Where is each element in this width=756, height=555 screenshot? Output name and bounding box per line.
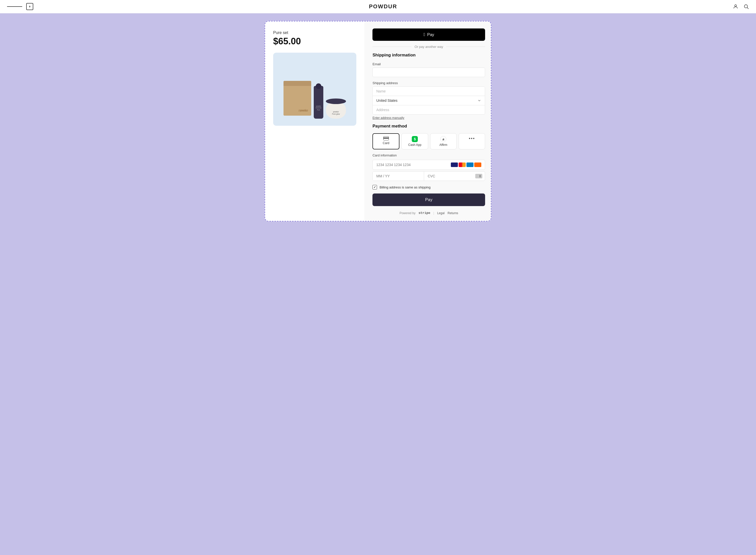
card-info-section: Card information bbox=[372, 154, 485, 181]
payment-option-affirm[interactable]: a Affirm bbox=[430, 133, 457, 150]
navbar: 0 POWDUR bbox=[0, 0, 756, 13]
search-icon[interactable] bbox=[743, 4, 749, 9]
product-tube-group: powdurExtreme Pure bbox=[314, 86, 323, 119]
email-label: Email bbox=[372, 62, 485, 66]
card-payment-icon bbox=[383, 136, 389, 140]
page-container: Pure set $65.00 powdur powdurExtreme Pur… bbox=[0, 13, 756, 231]
chevron-down-icon bbox=[477, 98, 481, 102]
cvc-card-icon bbox=[475, 174, 482, 178]
affirm-payment-icon: a bbox=[440, 136, 446, 142]
product-box-top bbox=[284, 81, 311, 86]
product-box: powdur bbox=[284, 85, 311, 116]
shipping-address-group: Shipping address United States Enter add… bbox=[372, 81, 485, 120]
divider-text: Or pay another way bbox=[415, 45, 443, 49]
affirm-a-icon: a bbox=[440, 136, 446, 142]
visa-icon bbox=[451, 163, 458, 167]
footer-divider: | bbox=[433, 211, 434, 215]
svg-point-0 bbox=[734, 5, 737, 6]
affirm-label: Affirm bbox=[439, 143, 447, 146]
nav-right bbox=[733, 4, 749, 9]
payment-method-section: Payment method bbox=[372, 124, 485, 129]
brand-logo: POWDUR bbox=[369, 3, 397, 10]
user-icon[interactable] bbox=[733, 4, 739, 9]
card-expiry-input[interactable] bbox=[373, 172, 424, 181]
apple-pay-button[interactable]:  Pay bbox=[372, 29, 485, 41]
svg-point-1 bbox=[745, 5, 748, 8]
card-icon-shape bbox=[383, 136, 389, 140]
cart-count: 0 bbox=[29, 5, 30, 8]
card-brand-icons bbox=[451, 163, 481, 167]
returns-link[interactable]: Returns bbox=[448, 211, 458, 215]
payment-method-title: Payment method bbox=[372, 124, 485, 129]
cvc-right bbox=[475, 172, 485, 181]
checkout-card: Pure set $65.00 powdur powdurExtreme Pur… bbox=[265, 21, 491, 221]
hamburger-menu-icon[interactable] bbox=[7, 5, 22, 8]
card-info-label: Card information bbox=[372, 154, 485, 157]
product-jar: powdurPure glow bbox=[326, 101, 346, 119]
billing-checkbox[interactable] bbox=[372, 185, 377, 189]
billing-checkbox-label: Billing address is same as shipping bbox=[380, 185, 430, 189]
apple-pay-label: Pay bbox=[427, 33, 434, 37]
more-options-icon: ••• bbox=[469, 136, 475, 141]
right-panel:  Pay Or pay another way Shipping inform… bbox=[364, 22, 491, 221]
pay-button[interactable]: Pay bbox=[372, 194, 485, 206]
address-fields: United States bbox=[372, 86, 485, 115]
cart-icon[interactable]: 0 bbox=[26, 3, 33, 10]
product-image: powdur powdurExtreme Pure powdurPure glo… bbox=[273, 53, 356, 126]
apple-icon:  bbox=[424, 32, 425, 37]
legal-link[interactable]: Legal bbox=[437, 211, 445, 215]
card-label: Card bbox=[383, 141, 389, 145]
shipping-address-label: Shipping address bbox=[372, 81, 485, 85]
email-input[interactable] bbox=[372, 68, 485, 77]
cashapp-payment-icon: $ bbox=[412, 136, 418, 142]
svg-line-2 bbox=[747, 7, 749, 9]
country-select[interactable]: United States bbox=[373, 96, 485, 105]
payment-option-cashapp[interactable]: $ Cash App bbox=[402, 133, 428, 150]
email-group: Email bbox=[372, 62, 485, 77]
stripe-logo: stripe bbox=[419, 211, 430, 215]
card-number-input[interactable] bbox=[376, 163, 449, 167]
payment-option-more[interactable]: ••• bbox=[459, 133, 485, 150]
left-panel: Pure set $65.00 powdur powdurExtreme Pur… bbox=[265, 22, 364, 221]
product-tube-label: powdurExtreme Pure bbox=[315, 105, 322, 111]
card-cvc-input[interactable] bbox=[424, 172, 475, 181]
mastercard-icon bbox=[459, 163, 466, 167]
card-expiry-cvc-row bbox=[372, 171, 485, 181]
payment-option-card[interactable]: Card bbox=[372, 133, 400, 150]
cashapp-label: Cash App bbox=[408, 143, 421, 146]
product-name: Pure set bbox=[273, 31, 356, 35]
product-visual: powdur powdurExtreme Pure powdurPure glo… bbox=[273, 53, 356, 126]
nav-left: 0 bbox=[7, 3, 33, 10]
country-value: United States bbox=[376, 98, 475, 102]
billing-checkbox-row: Billing address is same as shipping bbox=[372, 185, 485, 189]
product-tube: powdurExtreme Pure bbox=[314, 86, 323, 119]
payment-divider: Or pay another way bbox=[372, 45, 485, 49]
enter-address-manually-link[interactable]: Enter address manually bbox=[372, 116, 485, 120]
powered-by-text: Powered by bbox=[400, 211, 415, 215]
card-number-row bbox=[372, 160, 485, 170]
discover-icon bbox=[474, 163, 481, 167]
checkout-footer: Powered by stripe | Legal Returns bbox=[372, 210, 485, 215]
pay-button-label: Pay bbox=[425, 198, 432, 202]
amex-icon bbox=[466, 163, 473, 167]
shipping-section: Shipping information bbox=[372, 53, 485, 58]
shipping-section-title: Shipping information bbox=[372, 53, 485, 58]
payment-methods-list: Card $ Cash App a Affirm bbox=[372, 133, 485, 150]
product-jar-label: powdurPure glow bbox=[326, 111, 346, 115]
name-input[interactable] bbox=[373, 87, 485, 96]
cashapp-s-icon: $ bbox=[412, 136, 418, 142]
product-price: $65.00 bbox=[273, 36, 356, 47]
product-box-group: powdur bbox=[284, 85, 311, 118]
product-jar-group: powdurPure glow bbox=[326, 101, 346, 119]
address-input[interactable] bbox=[373, 105, 485, 114]
